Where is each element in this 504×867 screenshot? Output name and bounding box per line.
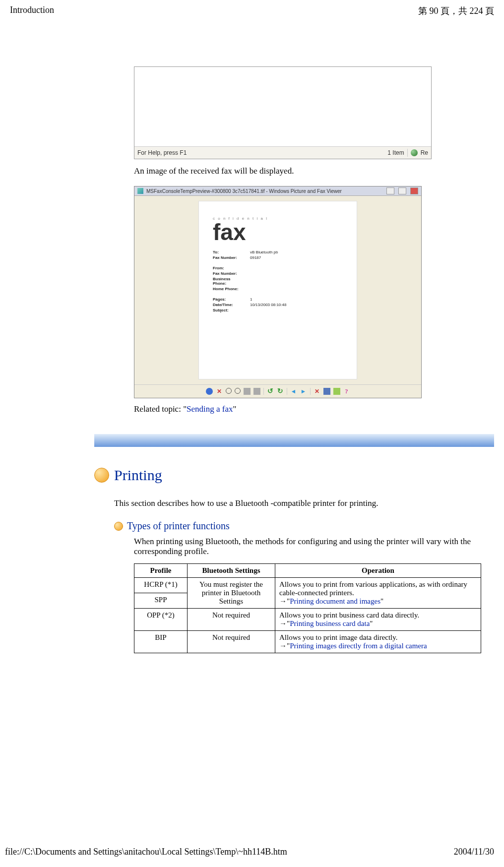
related-topic: Related topic: "Sending a fax": [134, 404, 494, 414]
link-printing-images-camera[interactable]: Printing images directly from a digital …: [290, 642, 427, 650]
save-icon: [323, 388, 330, 395]
trash-icon: ✕: [314, 388, 320, 395]
fit-icon: [253, 388, 260, 395]
next-icon: ►: [300, 388, 307, 395]
prev-icon: ◄: [290, 388, 297, 395]
bullet-icon: [94, 468, 109, 483]
footer-date: 2004/11/30: [454, 847, 494, 857]
table-row: OPP (*2) Not required Allows you to prin…: [134, 609, 481, 631]
link-printing-documents[interactable]: Printing document and images: [290, 597, 380, 605]
status-item-count: 1 Item: [387, 149, 404, 156]
bullet-icon: [114, 522, 123, 531]
refresh-icon: [411, 149, 418, 156]
section-title-printing: Printing: [114, 467, 162, 484]
th-bluetooth: Bluetooth Settings: [188, 564, 275, 578]
page-count: 第 90 頁，共 224 頁: [418, 5, 494, 17]
rotate-right-icon: ↻: [277, 388, 284, 395]
section-header: Printing: [94, 467, 494, 484]
table-row: BIP Not required Allows you to print ima…: [134, 631, 481, 653]
subsection-intro: When printing using Bluetooth, the metho…: [134, 537, 494, 557]
table-row: HCRP (*1) You must register the printer …: [134, 578, 481, 593]
rotate-left-icon: ↺: [267, 388, 274, 395]
copy-icon: [333, 388, 340, 395]
stop-icon: [206, 388, 213, 395]
page-header: Introduction 第 90 頁，共 224 頁: [10, 5, 494, 17]
th-profile: Profile: [134, 564, 188, 578]
link-sending-fax[interactable]: Sending a fax: [187, 404, 233, 414]
section-intro: This section describes how to use a Blue…: [114, 498, 494, 508]
screenshot-picture-viewer: MSFaxConsoleTempPreview-#300800 3c7c5178…: [134, 186, 422, 398]
status-re-label: Re: [421, 149, 428, 156]
page-footer: file://C:\Documents and Settings\anitach…: [5, 847, 494, 857]
zoom-in-icon: [226, 388, 232, 394]
close-icon: [410, 187, 418, 194]
maximize-icon: [398, 187, 406, 194]
profile-table: Profile Bluetooth Settings Operation HCR…: [134, 563, 481, 653]
zoom-out-icon: [235, 388, 241, 394]
help-icon: ?: [343, 388, 350, 395]
link-printing-business-card[interactable]: Printing business card data: [290, 619, 370, 627]
caption-received-fax: An image of the received fax will be dis…: [134, 166, 494, 176]
doc-title: Introduction: [10, 5, 54, 17]
delete-icon: ✕: [216, 388, 223, 395]
fax-preview-page: c o n f i d e n t i a l fax To:vB Blueto…: [198, 201, 357, 379]
print-icon: [244, 388, 251, 395]
screenshot-fax-console: For Help, press F1 1 Item Re: [134, 66, 432, 159]
subsection-title: Types of printer functions: [127, 520, 230, 532]
viewer-toolbar: ✕ ↺ ↻ ◄ ► ✕ ?: [134, 384, 421, 398]
minimize-icon: [386, 187, 394, 194]
section-divider: [94, 434, 494, 447]
window-title: MSFaxConsoleTempPreview-#300800 3c7c5178…: [146, 188, 342, 194]
app-icon: [137, 188, 143, 194]
footer-path: file://C:\Documents and Settings\anitach…: [5, 847, 287, 857]
th-operation: Operation: [275, 564, 481, 578]
status-help-text: For Help, press F1: [137, 149, 187, 156]
subsection-header: Types of printer functions: [114, 520, 494, 532]
